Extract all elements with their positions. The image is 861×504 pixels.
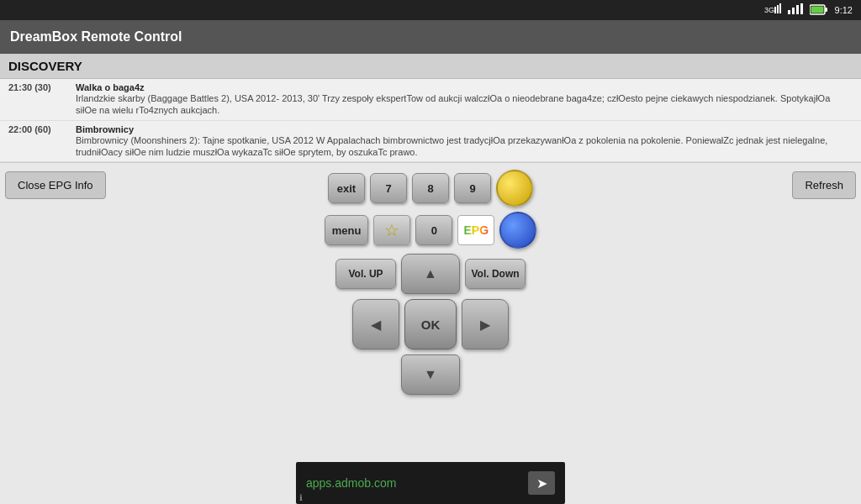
svg-rect-5 [792,8,795,14]
close-epg-button[interactable]: Close EPG Info [5,171,106,199]
num0-button[interactable]: 0 [415,215,452,245]
epg-text-1: Irlandzkie skarby (Baggage Battles 2), U… [76,92,853,117]
status-bar: 3G 9:12 [0,0,861,20]
down-button[interactable]: ▼ [401,354,460,395]
epg-desc-2: Bimbrownicy Bimbrownicy (Moonshiners 2):… [76,124,853,159]
epg-time-2: 22:00 (60) [8,124,76,159]
star-button[interactable]: ☆ [373,215,410,245]
num7-button[interactable]: 7 [370,173,407,203]
signal-3g-icon: 3G [764,3,781,17]
svg-rect-3 [779,3,781,13]
ad-info-icon: ℹ [299,493,303,502]
signal-bars-icon [788,3,803,17]
remote-row-4: ◀ OK ▶ [352,299,509,349]
left-button[interactable]: ◀ [352,299,399,349]
app-title: DreamBox Remote Control [10,29,182,45]
epg-desc-1: Walka o baga4z Irlandzkie skarby (Baggag… [76,82,853,117]
vol-down-button[interactable]: Vol. Down [465,259,526,289]
epg-title-1: Walka o baga4z [76,82,853,92]
blue-button[interactable] [499,212,536,249]
remote-row-1: exit 7 8 9 [328,170,533,207]
up-button[interactable]: ▲ [401,254,460,294]
ad-url: apps.admob.com [306,476,396,490]
svg-rect-2 [777,5,779,13]
svg-rect-7 [800,3,803,14]
epg-time-1: 21:30 (30) [8,82,76,117]
title-bar: DreamBox Remote Control [0,20,861,54]
channel-name: DISCOVERY [0,54,861,79]
epg-text-2: Bimbrownicy (Moonshiners 2): Tajne spotk… [76,134,853,159]
controls-area: Close EPG Info Refresh exit 7 8 9 menu ☆… [0,163,861,504]
battery-icon [810,4,828,17]
remote-row-5: ▼ [401,354,460,395]
right-button[interactable]: ▶ [462,299,509,349]
epg-row-2: 22:00 (60) Bimbrownicy Bimbrownicy (Moon… [0,121,861,163]
ad-arrow-button[interactable]: ➤ [528,471,555,495]
num8-button[interactable]: 8 [412,173,449,203]
epg-button[interactable]: EPG [457,215,494,245]
epg-row-1: 21:30 (30) Walka o baga4z Irlandzkie ska… [0,79,861,121]
remote-row-3: Vol. UP ▲ Vol. Down [335,254,526,294]
remote-control: exit 7 8 9 menu ☆ 0 EPG Vol. UP ▲ Vol. [271,163,590,395]
main-area: DISCOVERY 21:30 (30) Walka o baga4z Irla… [0,54,861,504]
vol-up-button[interactable]: Vol. UP [335,259,396,289]
ad-banner: apps.admob.com ➤ ℹ [296,462,565,504]
svg-rect-9 [825,8,827,12]
epg-panel: DISCOVERY 21:30 (30) Walka o baga4z Irla… [0,54,861,163]
epg-label: EPG [464,223,489,237]
exit-button[interactable]: exit [328,173,365,203]
svg-text:3G: 3G [764,6,774,14]
menu-button[interactable]: menu [325,215,369,245]
ok-button[interactable]: OK [404,299,457,349]
refresh-button[interactable]: Refresh [792,171,856,199]
remote-row-2: menu ☆ 0 EPG [325,212,537,249]
yellow-button[interactable] [496,170,533,207]
svg-rect-6 [796,5,799,14]
epg-title-2: Bimbrownicy [76,124,853,134]
svg-rect-1 [774,7,776,13]
time-display: 9:12 [835,5,853,15]
svg-rect-10 [811,6,823,13]
svg-rect-4 [788,10,790,14]
num9-button[interactable]: 9 [454,173,491,203]
